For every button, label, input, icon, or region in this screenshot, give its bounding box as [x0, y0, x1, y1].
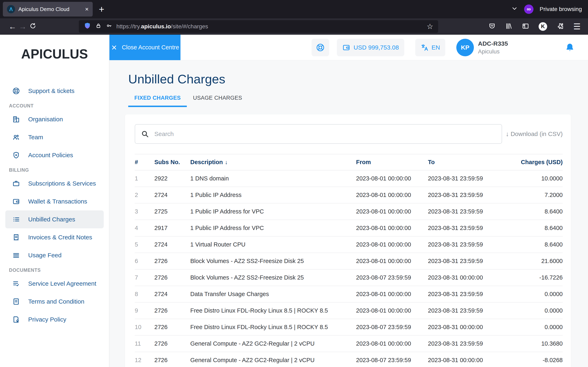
search-input[interactable] [154, 130, 496, 138]
sidebar-item-wallet-transactions[interactable]: Wallet & Transactions [5, 192, 104, 210]
back-button[interactable]: ← [7, 23, 17, 30]
table-row: 129221 DNS domain2023-08-01 00:00:002023… [135, 170, 563, 187]
download-csv-button[interactable]: ↓ Download (in CSV) [506, 131, 563, 137]
pocket-icon[interactable] [488, 22, 496, 31]
charges-card: ↓ Download (in CSV) # Subs No. [125, 114, 571, 367]
charges-cell: 8.6400 [516, 236, 563, 253]
to-cell: 2023-08-31 23:59:59 [428, 253, 516, 269]
wallet-balance-button[interactable]: USD 999,753.08 [337, 39, 404, 56]
extensions-puzzle-icon[interactable] [557, 22, 564, 31]
notifications-bell-icon[interactable] [565, 42, 575, 53]
sidebar-item-terms-condition[interactable]: Terms and Condition [5, 292, 104, 310]
description-cell: General Compute - AZ2 GC2-Regular | 2 vC… [190, 352, 356, 367]
search-box[interactable] [135, 124, 502, 144]
account-info[interactable]: ADC-R335 Apiculus [478, 40, 508, 55]
user-avatar[interactable]: KP [456, 39, 474, 56]
tab-fixed-charges[interactable]: FIXED CHARGES [128, 95, 187, 107]
row-index-cell: 7 [135, 269, 154, 286]
bookmark-star-icon[interactable]: ☆ [427, 22, 433, 31]
url-bar[interactable]: https://try.apiculus.io/site/#/charges ☆ [79, 20, 438, 33]
row-index-cell: 6 [135, 253, 154, 269]
sidebar-item-label: Unbilled Charges [28, 216, 75, 223]
to-cell: 2023-08-31 23:59:59 [428, 203, 516, 220]
close-account-centre-button[interactable]: Close Account Centre [109, 35, 181, 60]
description-cell: 1 DNS domain [190, 170, 356, 187]
table-row: 429171 Public IP Address for VPC2023-08-… [135, 220, 563, 236]
balance-amount: USD 999,753.08 [354, 44, 399, 51]
from-cell: 2023-08-01 00:00:00 [356, 335, 428, 352]
briefcase-icon [12, 179, 20, 188]
forward-button[interactable]: → [17, 23, 28, 30]
sidebar-item-service-level-agreement[interactable]: Service Level Agreement [5, 275, 104, 292]
close-x-icon [111, 44, 117, 51]
description-cell: 1 Public IP Address for VPC [190, 220, 356, 236]
column-header-description[interactable]: Description↓ [190, 154, 356, 170]
column-header-from[interactable]: From [356, 154, 428, 170]
sidebar-item-label: Subscriptions & Services [28, 180, 96, 187]
document-icon [12, 297, 20, 306]
help-button[interactable] [311, 39, 329, 56]
sidebar-item-invoices-credit-notes[interactable]: Invoices & Credit Notes [5, 228, 104, 246]
apiculus-logo: APICULUS [0, 47, 109, 62]
lock-icon[interactable] [95, 22, 102, 30]
language-code: EN [432, 44, 440, 51]
reload-button[interactable] [28, 22, 38, 31]
charges-cell: 10.3680 [516, 335, 563, 352]
url-text: https://try.apiculus.io/site/#/charges [116, 23, 208, 30]
from-cell: 2023-08-01 00:00:00 [356, 236, 428, 253]
sidebar-item-label: Account Policies [28, 152, 73, 159]
wallet-icon [12, 197, 20, 206]
to-cell: 2023-08-31 23:59:59 [428, 302, 516, 319]
charges-cell: 21.6000 [516, 253, 563, 269]
description-cell: Free Distro Linux FDL-Rocky Linux 8.5 | … [190, 302, 356, 319]
subs-no-cell: 2726 [154, 253, 190, 269]
sidebar-item-label: Terms and Condition [28, 298, 84, 305]
app-header: Close Account Centre USD 999,753.08 EN K… [109, 35, 588, 60]
column-header-subs-no[interactable]: Subs No. [154, 154, 190, 170]
row-index-cell: 11 [135, 335, 154, 352]
tab-list-chevron-icon[interactable] [511, 5, 518, 13]
column-header-index[interactable]: # [135, 154, 154, 170]
row-index-cell: 1 [135, 170, 154, 187]
row-index-cell: 2 [135, 187, 154, 203]
subs-no-cell: 2724 [154, 187, 190, 203]
profile-avatar[interactable]: K [539, 22, 547, 31]
download-icon: ↓ [506, 131, 509, 137]
sidebar-toggle-icon[interactable] [522, 22, 529, 31]
key-permission-icon[interactable] [106, 22, 112, 30]
table-row: 527241 Virtual Router CPU2023-08-01 00:0… [135, 236, 563, 253]
sidebar-item-organisation[interactable]: Organisation [5, 110, 104, 128]
sidebar-item-label: Privacy Policy [28, 316, 66, 323]
to-cell: 2023-08-31 23:59:59 [428, 170, 516, 187]
subs-no-cell: 2725 [154, 203, 190, 220]
description-cell: Block Volumes - AZ2 SS2-Freesize Disk 25 [190, 253, 356, 269]
browser-tab[interactable]: Λ Apiculus Demo Cloud × [3, 2, 93, 17]
from-cell: 2023-08-01 00:00:00 [356, 170, 428, 187]
translate-icon [421, 43, 429, 52]
sidebar-item-usage-feed[interactable]: Usage Feed [5, 246, 104, 264]
language-selector[interactable]: EN [415, 39, 445, 56]
page-title: Unbilled Charges [128, 72, 571, 86]
row-index-cell: 3 [135, 203, 154, 220]
tab-close-icon[interactable]: × [85, 6, 89, 12]
subs-no-cell: 2724 [154, 286, 190, 302]
sidebar-item-account-policies[interactable]: Account Policies [5, 146, 104, 164]
sidebar-item-privacy-policy[interactable]: Privacy Policy [5, 310, 104, 328]
sidebar-item-team[interactable]: Team [5, 128, 104, 146]
charges-cell: 8.6400 [516, 203, 563, 220]
charges-tabs: FIXED CHARGES USAGE CHARGES [128, 95, 571, 107]
subs-no-cell: 2922 [154, 170, 190, 187]
column-header-to[interactable]: To [428, 154, 516, 170]
sidebar-item-support-tickets[interactable]: Support & tickets [5, 82, 104, 100]
tab-usage-charges[interactable]: USAGE CHARGES [187, 95, 248, 107]
sidebar-item-unbilled-charges[interactable]: Unbilled Charges [5, 210, 104, 228]
column-header-charges[interactable]: Charges (USD) [516, 154, 563, 170]
new-tab-button[interactable]: + [99, 4, 104, 15]
tracking-shield-icon[interactable] [84, 22, 91, 31]
private-browsing-mask-icon: ∞ [524, 4, 534, 14]
library-icon[interactable] [505, 22, 512, 31]
sidebar-item-subscriptions-services[interactable]: Subscriptions & Services [5, 175, 104, 192]
menu-hamburger-icon[interactable]: ☰ [573, 22, 581, 31]
subs-no-cell: 2726 [154, 352, 190, 367]
from-cell: 2023-08-07 23:59:59 [356, 352, 428, 367]
